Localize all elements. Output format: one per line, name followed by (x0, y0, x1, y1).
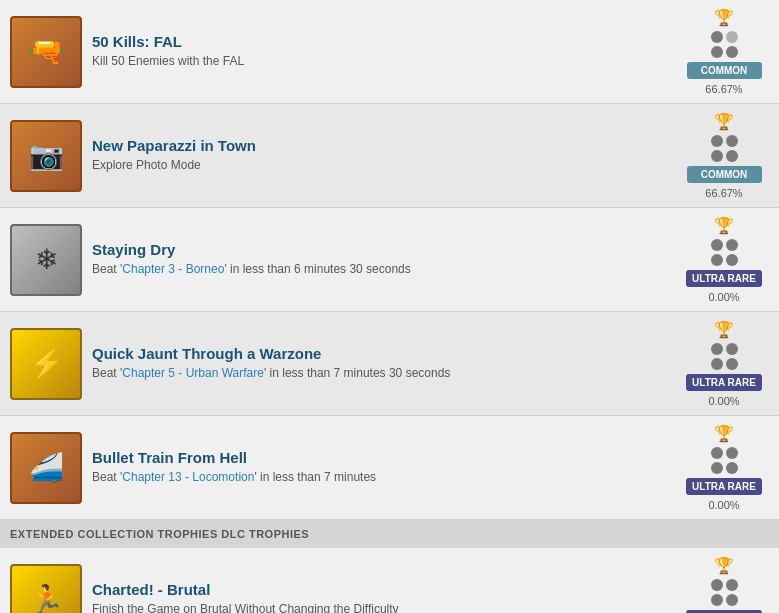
trophy-description: Finish the Game on Brutal Without Changi… (92, 601, 669, 613)
trophy-icon: 🚄 (10, 432, 82, 504)
dots-grid (711, 31, 738, 58)
trophy-info: 50 Kills: FAL Kill 50 Enemies with the F… (92, 33, 669, 70)
trophy-title: Quick Jaunt Through a Warzone (92, 345, 669, 362)
trophy-info: New Paparazzi in Town Explore Photo Mode (92, 137, 669, 174)
trophy-cup-icon: 🏆 (714, 112, 734, 131)
trophy-icon: 📷 (10, 120, 82, 192)
rarity-badge: COMMON (687, 166, 762, 183)
trophy-cup-icon: 🏆 (714, 320, 734, 339)
section-header: EXTENDED COLLECTION TROPHIES DLC TROPHIE… (0, 520, 779, 548)
rarity-badge: ULTRA RARE (686, 478, 762, 495)
dot (726, 150, 738, 162)
trophy-description: Beat 'Chapter 5 - Urban Warfare' in less… (92, 365, 669, 382)
trophy-title: 50 Kills: FAL (92, 33, 669, 50)
trophy-row: 📷 New Paparazzi in Town Explore Photo Mo… (0, 104, 779, 208)
trophy-row: 🔫 50 Kills: FAL Kill 50 Enemies with the… (0, 0, 779, 104)
trophy-info: Bullet Train From Hell Beat 'Chapter 13 … (92, 449, 669, 486)
dot (711, 462, 723, 474)
trophy-row: 🏃 Charted! - Brutal Finish the Game on B… (0, 548, 779, 613)
trophy-info: Staying Dry Beat 'Chapter 3 - Borneo' in… (92, 241, 669, 278)
trophy-rarity-panel: 🏆 ULTRA RARE 0.00% (679, 216, 769, 303)
dot (726, 254, 738, 266)
dot (726, 462, 738, 474)
trophy-description: Explore Photo Mode (92, 157, 669, 174)
trophy-rarity-panel: 🏆 ULTRA RARE 0.00% (679, 556, 769, 613)
dot (726, 358, 738, 370)
dot (711, 31, 723, 43)
dot (711, 150, 723, 162)
trophy-cup-icon: 🏆 (714, 216, 734, 235)
trophy-rarity-panel: 🏆 COMMON 66.67% (679, 112, 769, 199)
rarity-percentage: 0.00% (708, 499, 739, 511)
dot (711, 358, 723, 370)
trophy-cup-icon: 🏆 (714, 556, 734, 575)
dot (726, 594, 738, 606)
dots-grid (711, 343, 738, 370)
trophy-cup-icon: 🏆 (714, 424, 734, 443)
trophy-rarity-panel: 🏆 ULTRA RARE 0.00% (679, 320, 769, 407)
trophy-title: New Paparazzi in Town (92, 137, 669, 154)
trophy-icon: 🔫 (10, 16, 82, 88)
trophy-info: Quick Jaunt Through a Warzone Beat 'Chap… (92, 345, 669, 382)
rarity-badge: ULTRA RARE (686, 270, 762, 287)
rarity-badge: COMMON (687, 62, 762, 79)
dot (711, 46, 723, 58)
dot (711, 343, 723, 355)
dot (726, 447, 738, 459)
trophy-title: Charted! - Brutal (92, 581, 669, 598)
dots-grid (711, 239, 738, 266)
trophy-description: Beat 'Chapter 13 - Locomotion' in less t… (92, 469, 669, 486)
trophy-rarity-panel: 🏆 COMMON 66.67% (679, 8, 769, 95)
rarity-percentage: 0.00% (708, 395, 739, 407)
dot (726, 343, 738, 355)
dot (711, 579, 723, 591)
dots-grid (711, 135, 738, 162)
trophy-icon: 🏃 (10, 564, 82, 614)
dot (711, 254, 723, 266)
trophy-info: Charted! - Brutal Finish the Game on Bru… (92, 581, 669, 613)
dot (726, 46, 738, 58)
trophy-title: Bullet Train From Hell (92, 449, 669, 466)
dot (726, 31, 738, 43)
trophy-description: Kill 50 Enemies with the FAL (92, 53, 669, 70)
rarity-percentage: 66.67% (705, 187, 742, 199)
dot (726, 579, 738, 591)
trophy-row: 🚄 Bullet Train From Hell Beat 'Chapter 1… (0, 416, 779, 520)
trophy-row: ❄ Staying Dry Beat 'Chapter 3 - Borneo' … (0, 208, 779, 312)
trophy-icon: ⚡ (10, 328, 82, 400)
trophy-rarity-panel: 🏆 ULTRA RARE 0.00% (679, 424, 769, 511)
dot (726, 239, 738, 251)
trophy-icon: ❄ (10, 224, 82, 296)
dot (711, 594, 723, 606)
rarity-percentage: 0.00% (708, 291, 739, 303)
dot (711, 135, 723, 147)
trophy-row: ⚡ Quick Jaunt Through a Warzone Beat 'Ch… (0, 312, 779, 416)
dots-grid (711, 579, 738, 606)
dot (726, 135, 738, 147)
rarity-badge: ULTRA RARE (686, 374, 762, 391)
rarity-percentage: 66.67% (705, 83, 742, 95)
trophy-description: Beat 'Chapter 3 - Borneo' in less than 6… (92, 261, 669, 278)
dot (711, 239, 723, 251)
trophy-title: Staying Dry (92, 241, 669, 258)
dots-grid (711, 447, 738, 474)
trophy-cup-icon: 🏆 (714, 8, 734, 27)
dot (711, 447, 723, 459)
